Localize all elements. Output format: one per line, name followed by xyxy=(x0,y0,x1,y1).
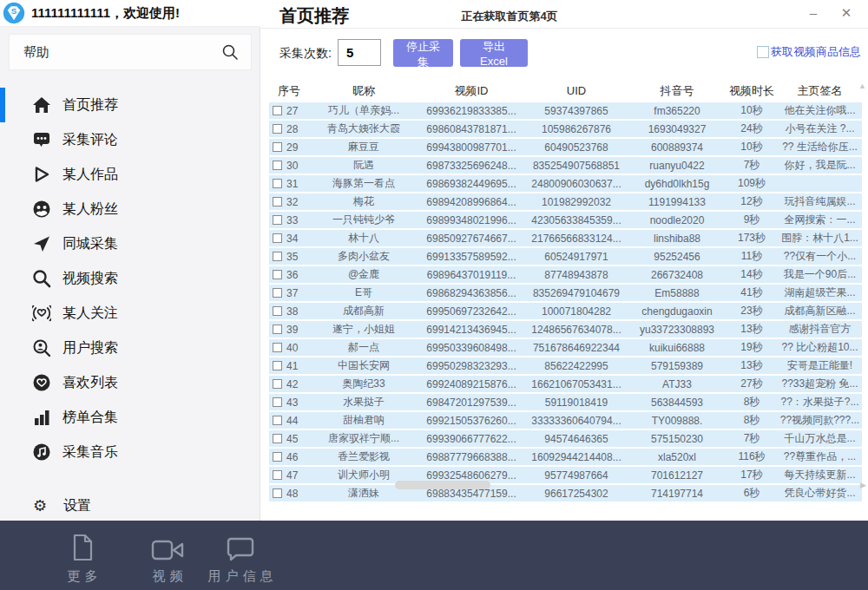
fans-icon xyxy=(31,200,52,219)
column-header[interactable]: 昵称 xyxy=(309,83,418,99)
column-header[interactable]: UID xyxy=(524,84,628,97)
app-window: S 111111111111，欢迎使用! 帮助 首页推荐采集评论某人作品某人粉丝… xyxy=(0,0,868,590)
table-row[interactable]: 45唐家驭祥宁顺...69939066777622...945746463655… xyxy=(269,430,862,447)
sidebar-item-10[interactable]: 榜单合集 xyxy=(0,400,260,435)
row-checkbox[interactable] xyxy=(273,124,282,134)
table-row[interactable]: 37E哥69868294363856...835269479104679Em58… xyxy=(269,285,862,301)
goods-info-checkbox[interactable]: 获取视频商品信息 xyxy=(757,44,861,60)
row-checkbox[interactable] xyxy=(273,343,282,352)
cell-duration: 12秒 xyxy=(726,194,778,209)
row-checkbox[interactable] xyxy=(273,233,282,243)
table-row[interactable]: 44甜柚君呐69921505376260...33333360640794...… xyxy=(269,412,862,429)
row-checkbox[interactable] xyxy=(273,397,282,407)
table-row[interactable]: 42奥陶纪3369924089215876...16621067053431..… xyxy=(269,376,862,392)
sidebar-item-label: 首页推荐 xyxy=(62,96,118,115)
cell-douyin-id: 95252456 xyxy=(628,251,726,263)
row-checkbox[interactable] xyxy=(273,434,282,443)
cell-nickname: 甜柚君呐 xyxy=(309,413,418,428)
row-checkbox[interactable] xyxy=(273,161,282,170)
collect-count-input[interactable] xyxy=(338,39,381,66)
app-logo-icon: S xyxy=(3,2,25,24)
column-header[interactable]: 视频ID xyxy=(418,83,524,99)
help-search-input[interactable]: 帮助 xyxy=(9,34,252,70)
cell-video-id: 69939066777622... xyxy=(418,433,524,445)
close-button[interactable]: ✕ xyxy=(837,5,856,21)
row-checkbox[interactable] xyxy=(273,324,282,334)
row-checkbox[interactable] xyxy=(273,179,282,188)
table-row[interactable]: 27巧儿（单亲妈...69936219833385...59374397865f… xyxy=(269,102,862,119)
cell-nickname: 遂宁，小姐姐 xyxy=(309,322,418,337)
row-checkbox[interactable] xyxy=(273,215,282,225)
table-row[interactable]: 34林十八69850927674667...21766566833124...l… xyxy=(269,230,862,246)
row-checkbox[interactable] xyxy=(273,270,282,279)
row-checkbox[interactable] xyxy=(273,106,282,115)
column-header[interactable]: 视频时长 xyxy=(726,83,778,99)
row-checkbox[interactable] xyxy=(273,306,282,316)
checkbox-box[interactable] xyxy=(757,46,769,58)
cell-douyin-id: TY009888. xyxy=(628,415,726,427)
row-checkbox[interactable] xyxy=(273,470,282,480)
cell-uid: 105986267876 xyxy=(524,123,628,135)
bottombar-item-chat[interactable]: 用户信息 xyxy=(184,529,297,585)
sidebar-item-11[interactable]: 采集音乐 xyxy=(0,435,260,469)
sidebar: S 111111111111，欢迎使用! 帮助 首页推荐采集评论某人作品某人粉丝… xyxy=(0,0,260,521)
table-row[interactable]: 40郝一点69950339608498...751678646922344kui… xyxy=(269,339,862,356)
row-checkbox[interactable] xyxy=(273,416,282,425)
collect-count-label: 采集次数: xyxy=(279,46,332,62)
cell-duration: 11秒 xyxy=(726,249,778,264)
column-header[interactable]: 抖音号 xyxy=(628,83,726,99)
cell-video-id: 69950697232642... xyxy=(418,305,524,318)
cell-douyin-id: Em58888 xyxy=(628,287,726,299)
table-row[interactable]: 35多肉小盆友69913357589592...6052491797195252… xyxy=(269,248,862,265)
video-icon xyxy=(151,529,184,562)
active-indicator xyxy=(0,88,5,122)
search-icon[interactable] xyxy=(221,43,239,61)
table-row[interactable]: 33一只钝钝少爷69899348021996...42305633845359.… xyxy=(269,212,862,228)
sidebar-item-8[interactable]: 用户搜索 xyxy=(0,331,260,365)
stop-collect-button[interactable]: 停止采集 xyxy=(393,39,453,67)
table-row[interactable]: 29麻豆豆69943800987701...604905237686008893… xyxy=(269,139,862,155)
scroll-right-icon[interactable]: ▶ xyxy=(860,482,866,489)
row-checkbox[interactable] xyxy=(273,142,282,152)
minimize-button[interactable]: – xyxy=(804,5,823,20)
scroll-up-icon[interactable]: ▲ xyxy=(858,82,866,90)
cell-uid: 16621067053431... xyxy=(524,378,628,390)
row-checkbox[interactable] xyxy=(273,288,282,298)
sidebar-item-label: 采集评论 xyxy=(62,131,118,149)
column-header[interactable]: 序号 xyxy=(269,83,309,99)
row-checkbox[interactable] xyxy=(273,252,282,261)
sidebar-item-7[interactable]: 某人关注 xyxy=(0,296,260,331)
sidebar-item-3[interactable]: 某人作品 xyxy=(0,157,260,192)
row-checkbox[interactable] xyxy=(273,197,282,206)
table-row[interactable]: 41中国长安网69950298323293...8562242299557915… xyxy=(269,357,862,374)
active-indicator xyxy=(0,365,5,400)
horizontal-scrollbar[interactable] xyxy=(269,480,856,490)
table-row[interactable]: 46香兰爱影视69887779668388...16092944214408..… xyxy=(269,449,862,465)
sidebar-item-6[interactable]: 视频搜索 xyxy=(0,261,260,296)
sidebar-item-4[interactable]: 某人粉丝 xyxy=(0,192,260,226)
row-checkbox[interactable] xyxy=(273,379,282,389)
sidebar-item-settings[interactable]: ⚙ 设置 xyxy=(0,490,260,521)
column-header[interactable]: 主页签名 xyxy=(778,83,862,99)
table-row[interactable]: 32梅花69894208996864...1019829920321191994… xyxy=(269,193,862,210)
export-excel-button[interactable]: 导出Excel xyxy=(460,39,528,67)
table-row[interactable]: 30阮遇69873325696248...835254907568851ruan… xyxy=(269,157,862,174)
table-row[interactable]: 31海豚第一看点69869382449695...24800906030637.… xyxy=(269,175,862,192)
sidebar-item-1[interactable]: 首页推荐 xyxy=(0,88,260,122)
table-row[interactable]: 39遂宁，小姐姐69914213436945...12486567634078.… xyxy=(269,321,862,338)
cell-douyin-id: fm365220 xyxy=(628,105,726,117)
sidebar-item-5[interactable]: 同城采集 xyxy=(0,226,260,261)
table-row[interactable]: 43水果挞子69847201297539...59119018419563844… xyxy=(269,394,862,410)
table-row[interactable]: 38成都高新69950697232642...100071804282cheng… xyxy=(269,303,862,319)
scrollbar-thumb[interactable] xyxy=(395,481,490,489)
sidebar-item-2[interactable]: 采集评论 xyxy=(0,122,260,157)
sidebar-item-label: 采集音乐 xyxy=(62,443,118,462)
row-index: 34 xyxy=(286,233,298,245)
table-row[interactable]: 36@金鹿69896437019119...877489438782667324… xyxy=(269,266,862,283)
table-row[interactable]: 28青岛大姨张大霞69860843781871...10598626787616… xyxy=(269,121,862,137)
row-checkbox[interactable] xyxy=(273,452,282,462)
sidebar-item-9[interactable]: 喜欢列表 xyxy=(0,365,260,400)
search-input-text: 帮助 xyxy=(23,44,221,61)
row-index: 40 xyxy=(286,342,298,354)
row-checkbox[interactable] xyxy=(273,361,282,370)
